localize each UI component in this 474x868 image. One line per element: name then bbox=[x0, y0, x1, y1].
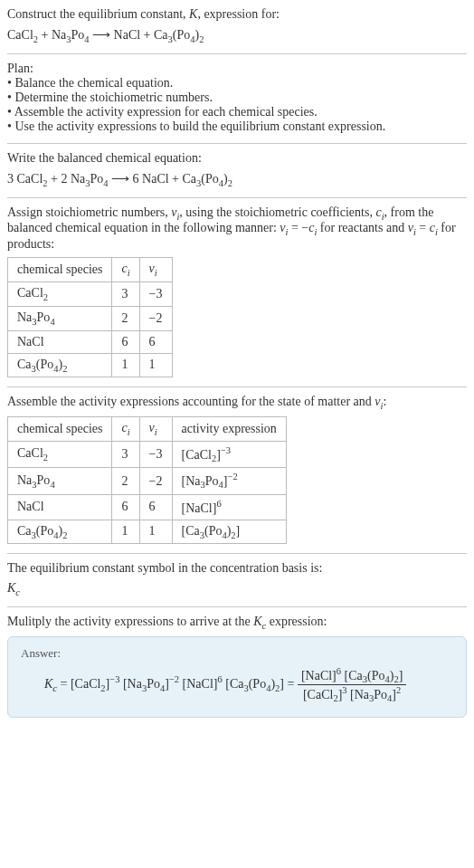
td: 2 bbox=[112, 306, 139, 330]
plan-item: • Balance the chemical equation. bbox=[7, 76, 467, 91]
answer-denominator: [CaCl2]3 [Na3Po4]2 bbox=[298, 685, 406, 703]
balanced-equation: 3 CaCl2 + 2 Na3Po4 ⟶ 6 NaCl + Ca3(Po4)2 bbox=[7, 171, 467, 188]
table-row: CaCl2 3 −3 [CaCl2]−3 bbox=[8, 441, 287, 467]
balanced-heading: Write the balanced chemical equation: bbox=[7, 151, 467, 166]
answer-expression: Kc = [CaCl2]−3 [Na3Po4]−2 [NaCl]6 [Ca3(P… bbox=[44, 666, 453, 704]
td: NaCl bbox=[8, 330, 112, 353]
td: Na3Po4 bbox=[8, 306, 112, 330]
answer-title: Answer: bbox=[21, 646, 453, 661]
stoich-heading: Assign stoichiometric numbers, νi, using… bbox=[7, 205, 467, 253]
symbol-section: The equilibrium constant symbol in the c… bbox=[7, 553, 467, 597]
table-row: CaCl2 3 −3 bbox=[8, 281, 173, 306]
td: [Na3Po4]−2 bbox=[172, 468, 286, 494]
th: ci bbox=[112, 258, 139, 282]
stoich-table: chemical species ci νi CaCl2 3 −3 Na3Po4… bbox=[7, 257, 173, 377]
td: 2 bbox=[112, 468, 139, 494]
plan-heading: Plan: bbox=[7, 62, 467, 76]
th: activity expression bbox=[172, 417, 286, 442]
td: 3 bbox=[112, 281, 139, 306]
table-row: Ca3(Po4)2 1 1 [Ca3(Po4)2] bbox=[8, 520, 287, 544]
intro-equation: CaCl2 + Na3Po4 ⟶ NaCl + Ca3(Po4)2 bbox=[7, 27, 467, 44]
td: NaCl bbox=[8, 494, 112, 520]
activity-section: Assemble the activity expressions accoun… bbox=[7, 386, 467, 544]
td: 1 bbox=[112, 520, 139, 544]
th: chemical species bbox=[8, 258, 112, 282]
td: Na3Po4 bbox=[8, 468, 112, 494]
td: 6 bbox=[112, 494, 139, 520]
td: 6 bbox=[112, 330, 139, 353]
th: chemical species bbox=[8, 417, 112, 442]
table-row: Ca3(Po4)2 1 1 bbox=[8, 353, 173, 377]
answer-numerator: [NaCl]6 [Ca3(Po4)2] bbox=[298, 666, 406, 685]
td: 1 bbox=[139, 520, 172, 544]
td: 3 bbox=[112, 441, 139, 467]
activity-heading: Assemble the activity expressions accoun… bbox=[7, 395, 467, 411]
intro-section: Construct the equilibrium constant, K, e… bbox=[7, 7, 467, 44]
td: −3 bbox=[139, 281, 172, 306]
multiply-heading: Mulitply the activity expressions to arr… bbox=[7, 615, 467, 631]
td: Ca3(Po4)2 bbox=[8, 353, 112, 377]
table-row: Na3Po4 2 −2 bbox=[8, 306, 173, 330]
symbol-heading: The equilibrium constant symbol in the c… bbox=[7, 561, 467, 576]
td: 6 bbox=[139, 494, 172, 520]
th: νi bbox=[139, 417, 172, 442]
table-row: NaCl 6 6 [NaCl]6 bbox=[8, 494, 287, 520]
symbol-value: Kc bbox=[7, 581, 467, 597]
td: 1 bbox=[112, 353, 139, 377]
intro-line1: Construct the equilibrium constant, K, e… bbox=[7, 7, 467, 22]
td: −2 bbox=[139, 468, 172, 494]
plan-item: • Determine the stoichiometric numbers. bbox=[7, 91, 467, 105]
td: 6 bbox=[139, 330, 172, 353]
td: [NaCl]6 bbox=[172, 494, 286, 520]
table-row: NaCl 6 6 bbox=[8, 330, 173, 353]
multiply-section: Mulitply the activity expressions to arr… bbox=[7, 606, 467, 718]
td: 1 bbox=[139, 353, 172, 377]
td: [Ca3(Po4)2] bbox=[172, 520, 286, 544]
td: [CaCl2]−3 bbox=[172, 441, 286, 467]
plan-item: • Use the activity expressions to build … bbox=[7, 119, 467, 134]
td: Ca3(Po4)2 bbox=[8, 520, 112, 544]
td: CaCl2 bbox=[8, 441, 112, 467]
td: −3 bbox=[139, 441, 172, 467]
table-header-row: chemical species ci νi bbox=[8, 258, 173, 282]
stoich-section: Assign stoichiometric numbers, νi, using… bbox=[7, 197, 467, 378]
table-row: Na3Po4 2 −2 [Na3Po4]−2 bbox=[8, 468, 287, 494]
td: CaCl2 bbox=[8, 281, 112, 306]
table-header-row: chemical species ci νi activity expressi… bbox=[8, 417, 287, 442]
plan-item: • Assemble the activity expression for e… bbox=[7, 105, 467, 119]
answer-lhs: Kc = [CaCl2]−3 [Na3Po4]−2 [NaCl]6 [Ca3(P… bbox=[44, 677, 298, 691]
answer-box: Answer: Kc = [CaCl2]−3 [Na3Po4]−2 [NaCl]… bbox=[7, 636, 467, 718]
th: νi bbox=[139, 258, 172, 282]
balanced-section: Write the balanced chemical equation: 3 … bbox=[7, 143, 467, 188]
plan-section: Plan: • Balance the chemical equation. •… bbox=[7, 53, 467, 134]
answer-fraction: [NaCl]6 [Ca3(Po4)2] [CaCl2]3 [Na3Po4]2 bbox=[298, 666, 406, 704]
th: ci bbox=[112, 417, 139, 442]
td: −2 bbox=[139, 306, 172, 330]
activity-table: chemical species ci νi activity expressi… bbox=[7, 416, 287, 544]
